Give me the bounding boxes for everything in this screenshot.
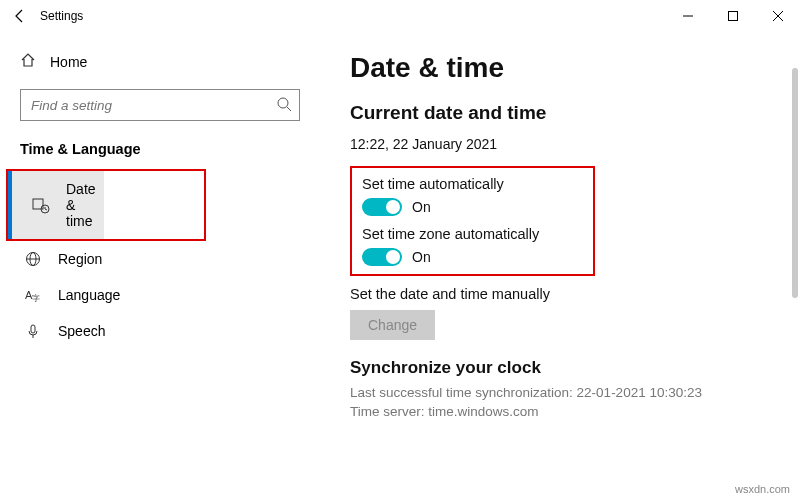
svg-line-5 [287, 107, 291, 111]
search-icon [276, 96, 292, 116]
minimize-button[interactable] [665, 0, 710, 32]
sync-clock-heading: Synchronize your clock [350, 358, 770, 378]
set-tz-auto-label: Set time zone automatically [362, 226, 583, 242]
maximize-icon [728, 11, 738, 21]
sync-last-text: Last successful time synchronization: 22… [350, 384, 770, 403]
manual-set-label: Set the date and time manually [350, 286, 770, 302]
annotation-highlight-toggles: Set time automatically On Set time zone … [350, 166, 595, 276]
main-content: Date & time Current date and time 12:22,… [320, 32, 800, 501]
watermark: wsxdn.com [735, 483, 790, 495]
home-icon [20, 52, 36, 71]
page-title: Date & time [350, 52, 770, 84]
scrollbar[interactable] [792, 68, 798, 298]
window-title: Settings [40, 9, 83, 23]
set-time-auto-state: On [412, 199, 431, 215]
clock-calendar-icon [32, 196, 50, 214]
annotation-highlight: Date & time [6, 169, 206, 241]
sync-server-text: Time server: time.windows.com [350, 403, 770, 422]
search-container [20, 89, 300, 121]
language-icon: A字 [24, 287, 42, 303]
nav-label: Region [58, 251, 102, 267]
current-datetime-value: 12:22, 22 January 2021 [350, 136, 770, 152]
window-controls [665, 0, 800, 32]
home-link[interactable]: Home [0, 46, 320, 85]
nav-speech[interactable]: Speech [0, 313, 320, 349]
titlebar: Settings [0, 0, 800, 32]
nav-label: Language [58, 287, 120, 303]
home-label: Home [50, 54, 87, 70]
section-title: Time & Language [0, 137, 320, 169]
nav-label: Date & time [66, 181, 96, 229]
window-body: Home Time & Language Date & time [0, 32, 800, 501]
svg-text:字: 字 [32, 294, 40, 303]
minimize-icon [683, 11, 693, 21]
settings-window: Settings Home [0, 0, 800, 501]
sidebar: Home Time & Language Date & time [0, 32, 320, 501]
svg-line-9 [45, 209, 47, 210]
maximize-button[interactable] [710, 0, 755, 32]
set-tz-auto-state: On [412, 249, 431, 265]
change-button: Change [350, 310, 435, 340]
svg-point-4 [278, 98, 288, 108]
set-time-auto-label: Set time automatically [362, 176, 583, 192]
back-button[interactable] [0, 8, 40, 24]
close-button[interactable] [755, 0, 800, 32]
set-time-auto-toggle[interactable] [362, 198, 402, 216]
nav-label: Speech [58, 323, 105, 339]
nav-region[interactable]: Region [0, 241, 320, 277]
search-input[interactable] [20, 89, 300, 121]
svg-rect-15 [31, 325, 35, 333]
arrow-left-icon [12, 8, 28, 24]
close-icon [773, 11, 783, 21]
nav-language[interactable]: A字 Language [0, 277, 320, 313]
nav-date-time[interactable]: Date & time [8, 171, 104, 239]
svg-rect-1 [728, 12, 737, 21]
set-tz-auto-toggle[interactable] [362, 248, 402, 266]
microphone-icon [24, 323, 42, 339]
globe-icon [24, 251, 42, 267]
current-datetime-heading: Current date and time [350, 102, 770, 124]
